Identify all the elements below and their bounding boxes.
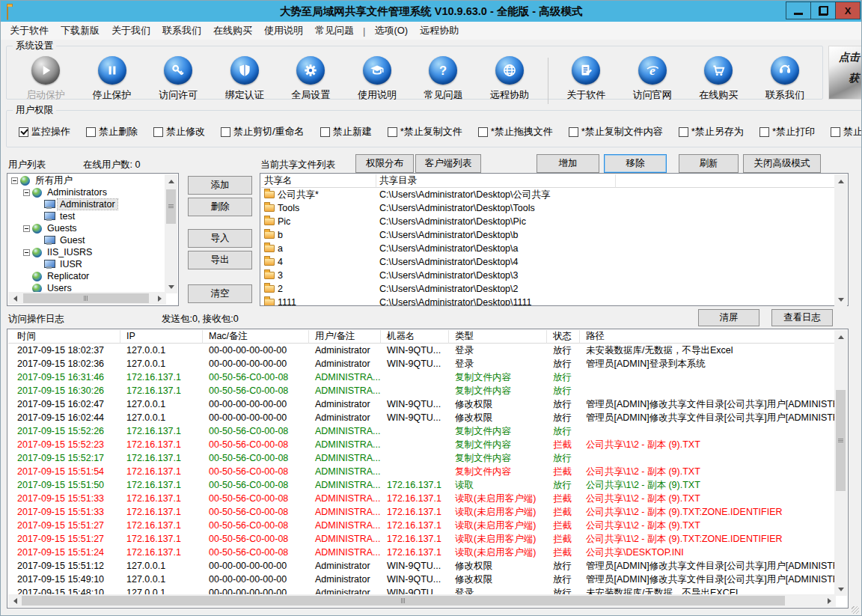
collapse-toggle-icon[interactable] — [23, 189, 30, 196]
log-row[interactable]: 2017-09-15 16:02:47127.0.0.100-00-00-00-… — [8, 397, 836, 411]
scroll-down-icon[interactable] — [165, 281, 177, 293]
log-row[interactable]: 2017-09-15 15:52:17172.16.137.100-50-56-… — [8, 451, 836, 465]
log-row[interactable]: 2017-09-15 15:52:23172.16.137.100-50-56-… — [8, 438, 836, 451]
log-row[interactable]: 2017-09-15 15:51:12127.0.0.100-00-00-00-… — [8, 559, 836, 573]
log-row[interactable]: 2017-09-15 15:51:50172.16.137.100-50-56-… — [8, 478, 836, 492]
toolbar-question-button[interactable]: ?常见问题 — [413, 56, 473, 102]
tree-node-replicator[interactable]: Replicator — [8, 270, 166, 282]
toolbar-pause-button[interactable]: 停止保护 — [82, 56, 142, 102]
tree-node-test[interactable]: test — [8, 210, 166, 222]
log-row[interactable]: 2017-09-15 15:49:10127.0.0.100-00-00-00-… — [8, 573, 836, 586]
permission-checkbox-8[interactable]: *禁止复制文件内容 — [569, 125, 663, 138]
log-column-header-3[interactable]: Mac/备注 — [203, 330, 309, 344]
permission-checkbox-9[interactable]: *禁止另存为 — [679, 125, 744, 138]
toolbar-cart-button[interactable]: 在线购买 — [688, 56, 748, 102]
log-row[interactable]: 2017-09-15 15:51:33172.16.137.100-50-56-… — [8, 492, 836, 505]
scroll-down-icon[interactable] — [834, 583, 847, 596]
toolbar-shield-button[interactable]: 绑定认证 — [215, 56, 275, 102]
share-row[interactable]: 2C:\Users\Administrator\Desktop\2 — [261, 282, 836, 296]
menu-item-7[interactable]: 常见问题 — [309, 22, 360, 39]
menu-item-4[interactable]: 联系我们 — [156, 22, 207, 39]
collapse-toggle-icon[interactable] — [23, 249, 30, 256]
log-row[interactable]: 2017-09-15 16:02:44127.0.0.100-00-00-00-… — [8, 411, 836, 424]
toolbar-gear-button[interactable]: 全局设置 — [281, 56, 340, 102]
log-column-header-6[interactable]: 类型 — [449, 330, 547, 344]
tree-horizontal-scrollbar[interactable] — [8, 292, 166, 305]
toolbar-manual-button[interactable]: 使用说明 — [347, 56, 407, 102]
share-row[interactable]: 公司共享*C:\Users\Administrator\Desktop\公司共享 — [261, 188, 836, 201]
log-row[interactable]: 2017-09-15 15:51:33172.16.137.100-50-56-… — [8, 505, 836, 519]
share-column-header-1[interactable]: 共享名 — [261, 174, 376, 188]
permission-checkbox-1[interactable]: 监控操作 — [19, 125, 70, 138]
log-row[interactable]: 2017-09-15 15:51:27172.16.137.100-50-56-… — [8, 519, 836, 532]
menu-item-3[interactable]: 关于我们 — [106, 22, 156, 39]
scroll-up-icon[interactable] — [834, 330, 847, 343]
tree-node-所有用户[interactable]: 所有用户 — [8, 174, 166, 186]
permission-checkbox-6[interactable]: *禁止复制文件 — [388, 125, 462, 138]
permission-checkbox-5[interactable]: 禁止新建 — [320, 125, 372, 138]
tree-node-administrators[interactable]: Administrators — [8, 186, 166, 198]
export-button[interactable]: 导出 — [188, 251, 252, 269]
tree-node-guests[interactable]: Guests — [8, 222, 166, 234]
tree-node-iis-iusrs[interactable]: IIS_IUSRS — [8, 246, 166, 258]
toolbar-browser-e-button[interactable]: e访问官网 — [623, 56, 682, 102]
log-column-header-2[interactable]: IP — [120, 330, 203, 344]
log-row[interactable]: 2017-09-15 15:51:54172.16.137.100-50-56-… — [8, 465, 836, 478]
add-share-button[interactable]: 增加 — [537, 154, 599, 173]
log-row[interactable]: 2017-09-15 16:30:26172.16.137.100-50-56-… — [8, 384, 836, 397]
scroll-left-icon[interactable] — [8, 594, 21, 607]
share-row[interactable]: PicC:\Users\Administrator\Desktop\Pic — [261, 215, 836, 228]
menu-item-10[interactable]: 远程协助 — [414, 22, 465, 39]
log-column-header-1[interactable]: 时间 — [8, 330, 120, 344]
remove-share-button[interactable]: 移除 — [604, 154, 667, 173]
tree-node-administrator[interactable]: Administrator — [8, 198, 166, 210]
toolbar-document-button[interactable]: 关于软件 — [556, 56, 616, 102]
scroll-down-icon[interactable] — [834, 293, 847, 306]
permission-checkbox-2[interactable]: 禁止删除 — [86, 125, 138, 138]
log-row[interactable]: 2017-09-15 18:02:37127.0.0.100-00-00-00-… — [8, 344, 836, 357]
tree-hscroll-thumb[interactable] — [23, 293, 149, 303]
share-row[interactable]: 1111C:\Users\Administrator\Desktop\1111 — [261, 296, 836, 305]
collapse-toggle-icon[interactable] — [11, 177, 18, 184]
log-horizontal-scrollbar[interactable] — [8, 594, 836, 607]
permission-distribution-button[interactable]: 权限分布 — [355, 154, 414, 173]
log-column-header-7[interactable]: 状态 — [547, 330, 580, 344]
scroll-up-icon[interactable] — [165, 174, 177, 187]
log-row[interactable]: 2017-09-15 16:31:46172.16.137.100-50-56-… — [8, 370, 836, 384]
refresh-button[interactable]: 刷新 — [679, 154, 739, 173]
menu-item-5[interactable]: 在线购买 — [207, 22, 258, 39]
collapse-toggle-icon[interactable] — [23, 225, 30, 232]
log-row[interactable]: 2017-09-15 15:51:24172.16.137.100-50-56-… — [8, 546, 836, 559]
log-column-header-4[interactable]: 用户/备注 — [309, 330, 381, 344]
log-vertical-scrollbar[interactable] — [834, 330, 847, 596]
log-column-header-8[interactable]: 路径 — [580, 330, 836, 344]
share-row[interactable]: 3C:\Users\Administrator\Desktop\3 — [261, 269, 836, 282]
toolbar-key-button[interactable]: 访问许可 — [148, 56, 208, 102]
share-row[interactable]: aC:\Users\Administrator\Desktop\a — [261, 242, 836, 255]
permission-checkbox-4[interactable]: 禁止剪切/重命名 — [221, 125, 305, 138]
share-row[interactable]: bC:\Users\Administrator\Desktop\b — [261, 228, 836, 242]
menu-item-9[interactable]: 选项(O) — [368, 22, 414, 39]
toolbar-phone-button[interactable]: 联系我们 — [755, 56, 815, 102]
share-row[interactable]: 4C:\Users\Administrator\Desktop\4 — [261, 255, 836, 269]
log-row[interactable]: 2017-09-15 18:02:36127.0.0.100-00-00-00-… — [8, 357, 836, 370]
clear-screen-button[interactable]: 清屏 — [698, 309, 759, 326]
scroll-right-icon[interactable] — [823, 594, 836, 607]
add-user-button[interactable]: 添加 — [188, 176, 252, 195]
close-button[interactable]: X — [835, 1, 861, 19]
log-vscroll-thumb[interactable] — [836, 390, 846, 491]
share-column-header-2[interactable]: 共享目录 — [376, 174, 616, 188]
toolbar-remote-globe-button[interactable]: 远程协助 — [480, 56, 539, 102]
menu-item-1[interactable]: 关于软件 — [4, 22, 55, 39]
log-row[interactable]: 2017-09-15 15:52:26172.16.137.100-50-56-… — [8, 424, 836, 438]
share-row[interactable]: ToolsC:\Users\Administrator\Desktop\Tool… — [261, 201, 836, 215]
resize-grip[interactable] — [852, 606, 859, 614]
tree-node-guest[interactable]: Guest — [8, 234, 166, 246]
view-log-button[interactable]: 查看日志 — [771, 309, 833, 326]
log-row[interactable]: 2017-09-15 15:51:27172.16.137.100-50-56-… — [8, 532, 836, 546]
tree-node-iusr[interactable]: IUSR — [8, 258, 166, 270]
permission-checkbox-10[interactable]: *禁止打印 — [759, 125, 815, 138]
delete-user-button[interactable]: 删除 — [188, 198, 252, 216]
permission-checkbox-3[interactable]: 禁止修改 — [153, 125, 205, 138]
tree-vertical-scrollbar[interactable] — [165, 174, 177, 293]
